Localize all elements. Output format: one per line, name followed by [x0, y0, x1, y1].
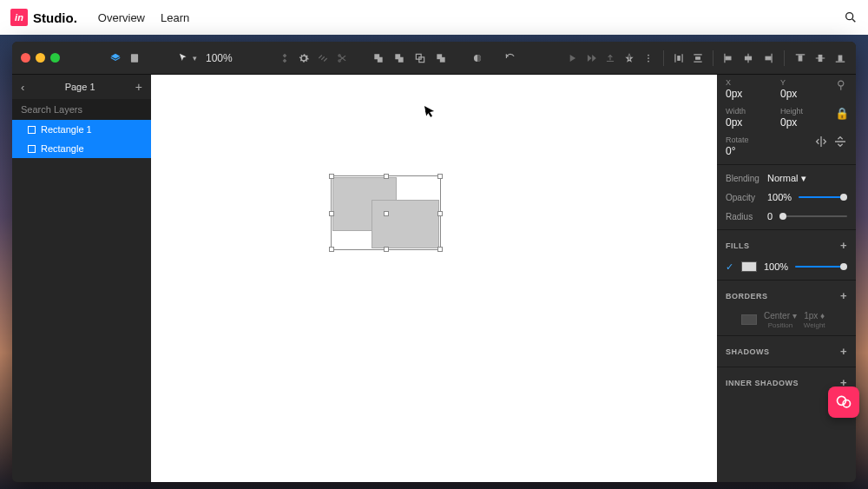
- fill-opacity-value[interactable]: 100%: [764, 261, 788, 272]
- svg-rect-28: [819, 55, 822, 61]
- invision-logo: in: [10, 9, 28, 26]
- inspector-panel: X 0px Y 0px ⚲ Width 0px Height: [717, 75, 856, 482]
- opacity-value[interactable]: 100%: [767, 192, 792, 202]
- brand-name: Studio.: [33, 10, 77, 25]
- svg-point-11: [648, 57, 649, 59]
- link-tool-icon[interactable]: [316, 51, 330, 65]
- difference-icon[interactable]: [434, 51, 448, 65]
- svg-point-0: [846, 13, 853, 20]
- zoom-level[interactable]: 100%: [206, 52, 233, 64]
- align-hcenter-icon[interactable]: [741, 51, 755, 65]
- svg-point-12: [648, 60, 649, 62]
- settings-icon[interactable]: [297, 51, 311, 65]
- distribute-h-icon[interactable]: [672, 51, 686, 65]
- align-group: [721, 50, 847, 66]
- align-right-icon[interactable]: [761, 51, 775, 65]
- inner-shadows-title: INNER SHADOWS: [726, 379, 799, 387]
- layers-sidebar: ‹ Page 1 + Search Layers Rectangle 1 Rec…: [12, 75, 151, 482]
- add-shadow-button[interactable]: +: [840, 345, 847, 358]
- refresh-icon[interactable]: [503, 51, 517, 65]
- publish-icon[interactable]: [622, 51, 636, 65]
- window-controls: [21, 53, 60, 63]
- canvas[interactable]: [151, 75, 717, 482]
- search-layers-input[interactable]: Search Layers: [12, 99, 151, 120]
- flip-vertical-icon[interactable]: [833, 135, 847, 148]
- blending-value[interactable]: Normal ▾: [767, 173, 806, 184]
- x-value[interactable]: 0px: [726, 88, 772, 100]
- radius-value[interactable]: 0: [767, 211, 773, 221]
- mask-icon[interactable]: [470, 51, 484, 65]
- svg-rect-24: [766, 56, 771, 60]
- union-icon[interactable]: [372, 51, 385, 65]
- svg-rect-30: [838, 56, 842, 61]
- fill-enabled-checkbox[interactable]: ✓: [726, 261, 734, 273]
- distribute-v-icon[interactable]: [691, 51, 705, 65]
- more-icon[interactable]: [641, 51, 655, 65]
- boolean-ops-group: [372, 51, 448, 65]
- svg-rect-15: [678, 56, 680, 60]
- svg-point-4: [339, 54, 340, 56]
- intersect-icon[interactable]: [413, 51, 427, 65]
- close-window-button[interactable]: [21, 53, 30, 63]
- layer-item-rectangle-1[interactable]: Rectangle 1: [12, 120, 151, 139]
- pointer-tool-icon[interactable]: [176, 51, 190, 65]
- width-value[interactable]: 0px: [726, 116, 772, 129]
- flip-horizontal-icon[interactable]: [814, 135, 828, 148]
- y-value[interactable]: 0px: [780, 88, 826, 100]
- app-window: ▾ 100%: [12, 42, 856, 482]
- libraries-panel-icon[interactable]: [128, 51, 141, 65]
- svg-rect-20: [726, 56, 731, 60]
- fills-title: FILLS: [726, 241, 750, 250]
- forward-icon[interactable]: [584, 51, 598, 65]
- nav-overview[interactable]: Overview: [98, 11, 145, 24]
- website-header: in Studio. Overview Learn: [0, 0, 868, 35]
- component-tool-icon[interactable]: [278, 51, 292, 65]
- opacity-slider[interactable]: [799, 196, 847, 198]
- border-weight-label: Weight: [804, 321, 825, 329]
- fill-color-swatch[interactable]: [741, 261, 757, 272]
- width-label: Width: [726, 107, 772, 116]
- radius-slider[interactable]: [779, 215, 847, 217]
- layers-panel-icon[interactable]: [108, 51, 122, 65]
- height-label: Height: [780, 107, 826, 116]
- align-left-icon[interactable]: [721, 51, 735, 65]
- add-border-button[interactable]: +: [840, 289, 847, 302]
- search-icon[interactable]: [844, 10, 858, 24]
- play-icon[interactable]: [565, 51, 579, 65]
- svg-rect-2: [131, 54, 138, 62]
- nav-learn[interactable]: Learn: [161, 11, 189, 24]
- border-color-swatch[interactable]: [741, 314, 757, 325]
- layer-label: Rectangle 1: [41, 124, 92, 135]
- radius-label: Radius: [726, 212, 760, 221]
- align-vcenter-icon[interactable]: [813, 51, 827, 65]
- svg-rect-22: [746, 56, 752, 60]
- svg-point-10: [648, 54, 649, 56]
- height-value[interactable]: 0px: [780, 116, 826, 129]
- align-bottom-icon[interactable]: [833, 51, 847, 65]
- minimize-window-button[interactable]: [36, 53, 45, 63]
- layer-item-rectangle[interactable]: Rectangle: [12, 139, 151, 158]
- opacity-label: Opacity: [726, 193, 760, 202]
- scissors-tool-icon[interactable]: [335, 51, 349, 65]
- svg-point-3: [339, 59, 340, 61]
- selection-bounds: [331, 175, 441, 250]
- back-button[interactable]: ‹: [21, 81, 24, 94]
- shadows-title: SHADOWS: [726, 347, 770, 356]
- lock-aspect-icon[interactable]: 🔒: [835, 107, 847, 120]
- y-label: Y: [780, 78, 826, 87]
- add-page-button[interactable]: +: [135, 80, 142, 94]
- border-position-value[interactable]: Center ▾: [764, 311, 797, 320]
- subtract-icon[interactable]: [392, 51, 406, 65]
- add-fill-button[interactable]: +: [840, 239, 847, 252]
- page-title[interactable]: Page 1: [65, 82, 95, 92]
- maximize-window-button[interactable]: [50, 53, 60, 63]
- chat-support-button[interactable]: [828, 387, 859, 418]
- border-weight-value[interactable]: 1px ♦: [804, 311, 825, 320]
- fill-opacity-slider[interactable]: [795, 266, 847, 268]
- svg-rect-8: [440, 56, 445, 62]
- upload-icon[interactable]: [603, 51, 617, 65]
- pin-icon[interactable]: ⚲: [835, 78, 847, 91]
- rotate-value[interactable]: 0°: [726, 145, 769, 157]
- layer-label: Rectangle: [41, 143, 84, 154]
- align-top-icon[interactable]: [793, 51, 807, 65]
